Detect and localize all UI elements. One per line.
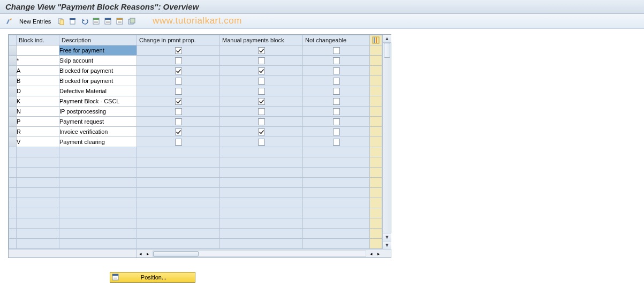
not-changeable-checkbox[interactable]	[303, 86, 370, 96]
row-selector[interactable]	[9, 168, 17, 178]
copy-as-icon[interactable]	[56, 17, 66, 26]
column-change-prop[interactable]: Change in pmnt prop.	[137, 35, 220, 46]
row-selector[interactable]	[9, 56, 17, 66]
description-cell[interactable]: Payment Block - CSCL	[59, 96, 137, 107]
change-prop-checkbox[interactable]	[137, 76, 220, 86]
configuration-icon[interactable]	[127, 17, 137, 26]
scroll-right-icon[interactable]: ◂	[367, 250, 375, 257]
description-cell[interactable]: Payment clearing	[59, 137, 137, 147]
h-scroll-thumb[interactable]	[153, 251, 199, 256]
manual-block-checkbox[interactable]	[220, 76, 303, 86]
select-all-icon[interactable]	[92, 17, 101, 26]
table-settings-icon[interactable]	[370, 35, 382, 46]
delete-icon[interactable]	[68, 17, 78, 26]
description-cell[interactable]: Invoice verification	[59, 127, 137, 137]
block-ind-cell[interactable]: N	[17, 107, 59, 117]
manual-block-checkbox[interactable]	[220, 46, 303, 56]
block-ind-cell[interactable]: V	[17, 137, 59, 147]
scroll-up-icon[interactable]: ▲	[383, 35, 391, 43]
change-prop-checkbox[interactable]	[137, 96, 220, 107]
change-prop-checkbox[interactable]	[137, 127, 220, 137]
not-changeable-checkbox[interactable]	[303, 117, 370, 127]
row-selector[interactable]	[9, 218, 17, 229]
manual-block-checkbox[interactable]	[220, 127, 303, 137]
row-selector[interactable]	[9, 46, 17, 56]
column-description[interactable]: Description	[59, 35, 137, 46]
change-prop-checkbox[interactable]	[137, 46, 220, 56]
description-cell[interactable]: Payment request	[59, 117, 137, 127]
deselect-all-icon[interactable]	[115, 17, 125, 26]
row-selector[interactable]	[9, 107, 17, 117]
block-ind-cell[interactable]: K	[17, 96, 59, 107]
not-changeable-checkbox[interactable]	[303, 56, 370, 66]
row-selector[interactable]	[9, 208, 17, 218]
description-cell[interactable]: Skip account	[59, 56, 137, 66]
description-cell[interactable]: Blocked for payment	[59, 66, 137, 76]
scroll-down-icon[interactable]: ▼	[383, 233, 391, 241]
block-ind-cell[interactable]: P	[17, 117, 59, 127]
block-ind-cell[interactable]: B	[17, 76, 59, 86]
toggle-display-icon[interactable]	[4, 17, 14, 26]
horizontal-scrollbar[interactable]: ◂ ▸ ◂ ▸	[9, 249, 391, 257]
block-ind-cell[interactable]: D	[17, 86, 59, 96]
scroll-left-start-icon[interactable]: ◂	[137, 250, 144, 257]
new-entries-button[interactable]: New Entries	[16, 18, 54, 25]
not-changeable-checkbox[interactable]	[303, 76, 370, 86]
description-cell[interactable]: Free for payment	[59, 46, 137, 56]
row-selector[interactable]	[9, 229, 17, 239]
h-scroll-track[interactable]	[153, 251, 366, 257]
block-ind-cell[interactable]: R	[17, 127, 59, 137]
manual-block-checkbox[interactable]	[220, 137, 303, 147]
column-block-ind[interactable]: Block ind.	[17, 35, 59, 46]
description-cell[interactable]: Blocked for payment	[59, 76, 137, 86]
row-selector[interactable]	[9, 137, 17, 147]
not-changeable-checkbox[interactable]	[303, 96, 370, 107]
change-prop-checkbox[interactable]	[137, 117, 220, 127]
not-changeable-checkbox[interactable]	[303, 137, 370, 147]
row-selector[interactable]	[9, 188, 17, 198]
not-changeable-checkbox[interactable]	[303, 66, 370, 76]
undo-change-icon[interactable]	[80, 17, 89, 26]
row-selector[interactable]	[9, 239, 17, 249]
manual-block-checkbox[interactable]	[220, 96, 303, 107]
svg-rect-9	[105, 18, 111, 20]
row-selector[interactable]	[9, 157, 17, 168]
row-selector[interactable]	[9, 86, 17, 96]
row-selector[interactable]	[9, 147, 17, 157]
scroll-left-icon[interactable]: ▸	[144, 250, 151, 257]
row-selector[interactable]	[9, 76, 17, 86]
row-selector[interactable]	[9, 178, 17, 188]
vertical-scrollbar[interactable]: ▲ ▼ ▼	[382, 35, 391, 249]
description-cell[interactable]: IP postprocessing	[59, 107, 137, 117]
row-selector[interactable]	[9, 198, 17, 208]
not-changeable-checkbox[interactable]	[303, 127, 370, 137]
scroll-thumb[interactable]	[384, 43, 390, 58]
change-prop-checkbox[interactable]	[137, 107, 220, 117]
not-changeable-checkbox[interactable]	[303, 46, 370, 56]
row-selector[interactable]	[9, 96, 17, 107]
row-selector[interactable]	[9, 66, 17, 76]
not-changeable-checkbox[interactable]	[303, 107, 370, 117]
manual-block-checkbox[interactable]	[220, 107, 303, 117]
select-block-icon[interactable]	[103, 17, 113, 26]
block-ind-cell[interactable]	[17, 46, 59, 56]
scroll-right-end-icon[interactable]: ▸	[375, 250, 382, 257]
manual-block-checkbox[interactable]	[220, 66, 303, 76]
manual-block-checkbox[interactable]	[220, 86, 303, 96]
block-ind-cell[interactable]: A	[17, 66, 59, 76]
table-row	[9, 198, 382, 208]
row-selector[interactable]	[9, 117, 17, 127]
row-selector[interactable]	[9, 127, 17, 137]
column-not-changeable[interactable]: Not changeable	[303, 35, 370, 46]
manual-block-checkbox[interactable]	[220, 117, 303, 127]
change-prop-checkbox[interactable]	[137, 56, 220, 66]
change-prop-checkbox[interactable]	[137, 137, 220, 147]
scroll-end-icon[interactable]: ▼	[383, 241, 391, 249]
change-prop-checkbox[interactable]	[137, 66, 220, 76]
description-cell[interactable]: Defective Material	[59, 86, 137, 96]
block-ind-cell[interactable]: *	[17, 56, 59, 66]
position-button[interactable]: Position...	[110, 272, 195, 283]
manual-block-checkbox[interactable]	[220, 56, 303, 66]
change-prop-checkbox[interactable]	[137, 86, 220, 96]
column-manual-block[interactable]: Manual payments block	[220, 35, 303, 46]
